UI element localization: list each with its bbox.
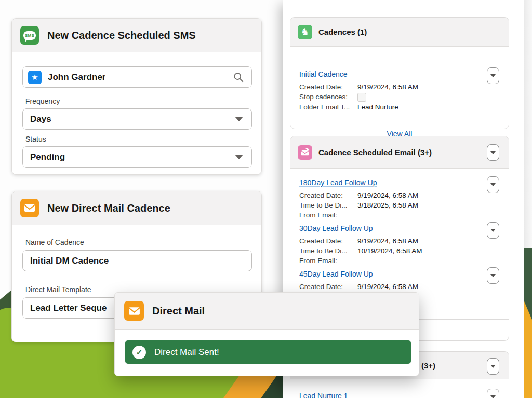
new-cadence-scheduled-sms-card: SMS New Cadence Scheduled SMS ★ John Gar… — [11, 18, 262, 175]
dm-card-header: New Direct Mail Cadence — [12, 191, 261, 225]
chevron-down-icon — [490, 365, 496, 368]
chevron-down-icon — [490, 229, 496, 232]
contact-lookup-field[interactable]: ★ John Gardner — [22, 66, 252, 88]
card-actions-button[interactable] — [487, 144, 499, 161]
field-row: Created Date: 9/19/2024, 6:58 AM — [299, 190, 418, 200]
direct-mail-template-value: Lead Letter Seque — [30, 303, 107, 313]
cadence-knight-icon: ♞ — [298, 25, 312, 39]
cadences-card-header: ♞ Cadences (1) — [290, 18, 509, 47]
name-of-cadence-value: Initial DM Cadence — [30, 256, 109, 266]
dm-card-title: New Direct Mail Cadence — [47, 202, 170, 214]
screen: ♞ Cadences (1) Initial Cadence Created D… — [0, 0, 532, 398]
success-toast-text: Direct Mail Sent! — [154, 347, 219, 358]
direct-mail-icon — [20, 199, 39, 217]
success-toast: ✓ Direct Mail Sent! — [125, 340, 411, 364]
contact-icon: ★ — [28, 71, 42, 84]
record-link-initial-cadence[interactable]: Initial Cadence — [299, 70, 348, 78]
field-row: Created Date: 9/19/2024, 6:58 AM — [299, 82, 418, 92]
record-actions-button[interactable] — [487, 389, 499, 398]
direct-mail-modal-title: Direct Mail — [152, 305, 205, 317]
chevron-down-icon — [490, 183, 496, 186]
scheduled-email-card-header: Cadence Scheduled Email (3+) — [290, 136, 509, 169]
contact-lookup-value: John Gardner — [48, 72, 105, 83]
field-row: Time to Be Di... 10/19/2024, 6:58 AM — [299, 246, 422, 256]
status-value: Pending — [30, 152, 65, 162]
sms-icon: SMS — [20, 26, 39, 45]
record-link-30day[interactable]: 30Day Lead Follow Up — [299, 224, 373, 232]
status-label: Status — [25, 135, 46, 143]
field-row: Created Date: 9/19/2024, 6:58 AM — [299, 236, 418, 246]
frequency-select[interactable]: Days — [22, 108, 252, 130]
chevron-down-icon — [490, 151, 496, 154]
name-of-cadence-input[interactable]: Initial DM Cadence — [22, 250, 252, 271]
record-actions-button[interactable] — [487, 67, 499, 84]
envelope-icon — [23, 202, 36, 214]
partial-card-title: (3+) — [421, 361, 435, 370]
scheduled-email-card-title: Cadence Scheduled Email (3+) — [318, 148, 432, 157]
field-row: Time to Be Di... 3/18/2025, 6:58 AM — [299, 200, 418, 210]
direct-mail-template-label: Direct Mail Template — [25, 285, 91, 294]
frequency-label: Frequency — [25, 97, 60, 105]
frequency-value: Days — [30, 114, 51, 125]
chevron-down-icon — [235, 117, 243, 121]
record-link-180day[interactable]: 180Day Lead Follow Up — [299, 179, 377, 187]
search-icon[interactable] — [233, 72, 244, 83]
direct-mail-icon — [124, 301, 144, 321]
status-select[interactable]: Pending — [22, 146, 252, 168]
chevron-down-icon — [235, 155, 243, 159]
chevron-down-icon — [490, 74, 496, 77]
envelope-icon — [300, 148, 310, 157]
field-row: From Email: — [299, 210, 357, 220]
cadences-card: ♞ Cadences (1) Initial Cadence Created D… — [290, 17, 509, 129]
chevron-down-icon — [490, 274, 496, 277]
sms-card-header: SMS New Cadence Scheduled SMS — [12, 19, 261, 52]
field-row: From Email: — [299, 256, 357, 266]
name-of-cadence-label: Name of Cadence — [25, 238, 84, 246]
field-row: Created Date: 9/19/2024, 6:58 AM — [299, 282, 418, 292]
sms-card-title: New Cadence Scheduled SMS — [47, 30, 196, 42]
chevron-down-icon — [490, 395, 496, 398]
direct-mail-modal: Direct Mail ✓ Direct Mail Sent! — [114, 292, 419, 376]
record-link-lead-nurture-1[interactable]: Lead Nurture 1 — [299, 392, 348, 398]
card-actions-button[interactable] — [487, 358, 499, 375]
cadences-card-title: Cadences (1) — [318, 28, 367, 36]
stop-cadences-checkbox[interactable] — [357, 93, 366, 102]
field-row: Folder Email T... Lead Nurture — [299, 102, 398, 112]
direct-mail-modal-header: Direct Mail — [115, 293, 419, 330]
scheduled-email-icon — [298, 145, 312, 160]
success-check-icon: ✓ — [132, 346, 146, 359]
record-actions-button[interactable] — [487, 267, 499, 284]
envelope-icon — [128, 305, 141, 318]
record-link-45day[interactable]: 45Day Lead Follow Up — [299, 270, 373, 278]
record-actions-button[interactable] — [487, 176, 499, 193]
field-row: Stop cadences: — [299, 92, 366, 102]
record-actions-button[interactable] — [487, 222, 499, 239]
divider — [290, 123, 509, 123]
